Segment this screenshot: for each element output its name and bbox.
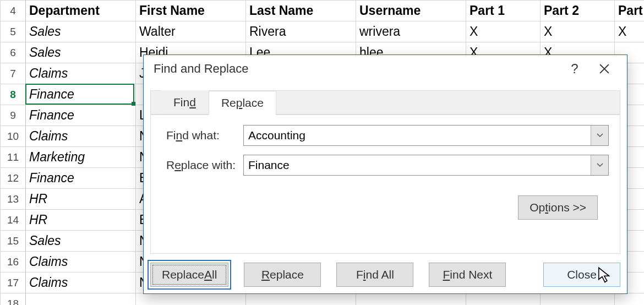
cell[interactable] [136,293,246,306]
find-all-button[interactable]: Find All [336,263,413,287]
cell[interactable]: wrivera [356,21,466,42]
form-area: Find what: Replace with: Opt [151,115,620,226]
cell[interactable]: Claims [26,126,136,147]
row-header[interactable]: 7 [1,63,26,84]
row-header[interactable]: 11 [1,147,26,168]
cell[interactable]: Marketing [26,147,136,168]
cell[interactable]: Sales [26,21,136,42]
column-header[interactable]: Username [356,1,466,21]
column-header[interactable]: First Name [136,1,246,21]
cell[interactable] [466,293,541,306]
replace-with-input[interactable] [244,155,591,175]
help-button[interactable]: ? [560,58,590,79]
column-header[interactable]: Part [615,1,645,21]
find-what-combo[interactable] [243,125,609,146]
replace-with-label: Replace with: [166,159,243,172]
tab-replace[interactable]: Replace [209,91,276,115]
row-header[interactable]: 8 [1,84,26,105]
replace-button[interactable]: Replace [244,263,321,287]
cell[interactable]: Claims [26,63,136,84]
tabstrip: Find Replace [151,91,620,115]
replace-with-combo[interactable] [243,155,609,176]
cell[interactable]: Finance [26,84,136,105]
find-what-dropdown[interactable] [591,126,608,145]
dialog-button-row: Replace All Replace Find All Find Next C… [150,263,620,287]
cell[interactable]: HR [26,210,136,231]
close-button[interactable]: Close [543,263,620,287]
row-header[interactable]: 5 [1,21,26,42]
find-what-label: Find what: [166,129,243,142]
cell[interactable] [246,293,356,306]
column-header[interactable]: Department [26,1,136,21]
row-header[interactable]: 13 [1,189,26,210]
tab-find[interactable]: Find [161,90,209,115]
cell[interactable] [26,293,136,306]
cell[interactable]: X [466,21,541,42]
cell[interactable]: Claims [26,252,136,273]
replace-all-button[interactable]: Replace All [150,263,228,287]
cell[interactable] [356,293,466,306]
close-icon[interactable] [590,58,619,79]
cell[interactable] [615,293,645,306]
options-button[interactable]: Options >> [518,195,598,220]
row-header[interactable]: 12 [1,168,26,189]
column-header[interactable]: Last Name [246,1,356,21]
row-header[interactable]: 15 [1,231,26,252]
cell[interactable]: Sales [26,42,136,63]
cell[interactable]: Rivera [246,21,356,42]
row-header[interactable]: 16 [1,252,26,273]
dialog-titlebar: Find and Replace ? [144,55,627,83]
column-header[interactable]: Part 2 [541,1,615,21]
cell[interactable]: Walter [136,21,246,42]
row-header[interactable]: 10 [1,126,26,147]
row-header[interactable]: 18 [1,293,26,306]
cell[interactable] [541,293,615,306]
column-header[interactable]: Part 1 [466,1,541,21]
find-what-input[interactable] [244,126,591,145]
dialog-client: Find Replace Find what: Replace with: [150,90,620,254]
cell[interactable]: X [615,21,645,42]
cell[interactable]: Finance [26,105,136,126]
cell[interactable]: Finance [26,168,136,189]
find-next-button[interactable]: Find Next [429,263,506,287]
row-header[interactable]: 6 [1,42,26,63]
row-header[interactable]: 4 [1,1,26,21]
row-header[interactable]: 14 [1,210,26,231]
replace-with-dropdown[interactable] [591,155,608,175]
cell[interactable]: Claims [26,273,136,293]
cell[interactable]: Sales [26,231,136,252]
row-header[interactable]: 17 [1,273,26,293]
row-header[interactable]: 9 [1,105,26,126]
cell[interactable]: HR [26,189,136,210]
dialog-title: Find and Replace [154,62,560,76]
find-replace-dialog: Find and Replace ? Find Replace Find wha… [143,55,627,294]
cell[interactable]: X [541,21,615,42]
